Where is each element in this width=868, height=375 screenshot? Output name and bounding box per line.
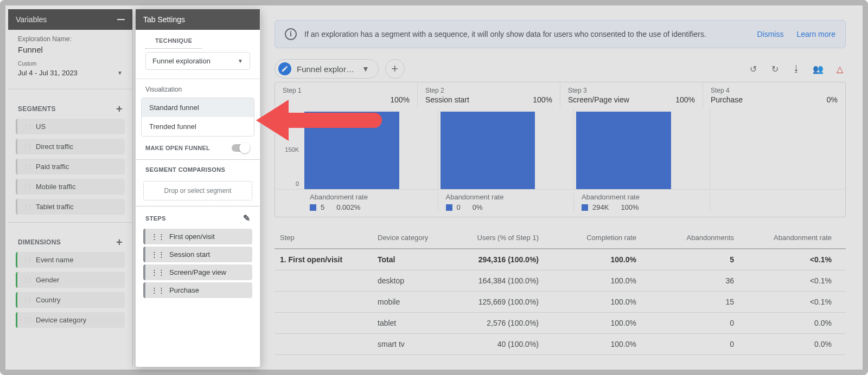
step-chip[interactable]: ⋮⋮Screen/Page view (143, 264, 252, 280)
grip-icon: ⋮⋮ (151, 250, 165, 258)
tab-settings-header: Tab Settings (136, 9, 260, 30)
add-dimension-button[interactable]: + (116, 237, 123, 248)
chip-label: Session start (169, 250, 210, 258)
steps-label: STEPS (145, 215, 166, 222)
cell-arate: 0.0% (743, 340, 840, 348)
dismiss-link[interactable]: Dismiss (757, 30, 783, 38)
chip-label: Gender (36, 276, 59, 284)
redo-icon[interactable]: ↻ (769, 63, 781, 75)
col-header: Abandonment rate (743, 234, 840, 242)
bar (441, 112, 535, 189)
table-row[interactable]: desktop164,384 (100.0%)100.0%36<0.1% (275, 270, 846, 292)
legend-swatch (582, 204, 588, 211)
download-icon[interactable]: ⭳ (790, 63, 802, 75)
technique-label: TECHNIQUE (145, 30, 202, 49)
chip-label: US (36, 122, 46, 131)
technique-value: Funnel exploration (152, 57, 210, 65)
cell-device: desktop (378, 276, 470, 285)
step-chip[interactable]: ⋮⋮Session start (143, 247, 252, 262)
learn-more-link[interactable]: Learn more (796, 30, 835, 38)
grip-icon: ⋮⋮ (23, 257, 31, 263)
add-tab-button[interactable]: + (385, 59, 405, 79)
data-table: StepDevice categoryUsers (% of Step 1)Co… (275, 227, 846, 355)
segment-chip[interactable]: ⋮⋮Mobile traffic (16, 179, 125, 195)
cell-aband: 0 (645, 319, 743, 327)
abandonment-label: Abandonment rate (582, 193, 702, 201)
dimension-chip[interactable]: ⋮⋮Gender (16, 272, 125, 288)
viz-option-standard[interactable]: Standard funnel (142, 98, 254, 117)
open-funnel-label: MAKE OPEN FUNNEL (145, 145, 210, 151)
viz-option-trended[interactable]: Trended funnel (142, 117, 254, 136)
bar (304, 112, 399, 189)
cell-users: 40 (100.0%) (470, 340, 547, 348)
y-tick: 150K (285, 146, 299, 153)
step-tag: Step 1 (283, 87, 410, 94)
cell-device: mobile (378, 298, 470, 306)
table-row[interactable]: smart tv40 (100.0%)100.0%00.0% (275, 334, 846, 355)
edit-steps-icon[interactable]: ✎ (243, 213, 250, 223)
variables-header: Variables (8, 9, 132, 30)
add-segment-button[interactable]: + (116, 104, 123, 114)
grip-icon: ⋮⋮ (23, 204, 31, 210)
chip-label: Country (36, 296, 61, 304)
step-tag: Step 2 (425, 87, 552, 94)
grip-icon: ⋮⋮ (23, 277, 31, 283)
step-pct: 100% (675, 95, 695, 104)
cell-completion: 100.0% (547, 319, 645, 327)
table-row[interactable]: 1. First open/visitTotal294,316 (100.0%)… (275, 249, 846, 270)
dimension-chip[interactable]: ⋮⋮Country (16, 292, 125, 308)
active-tab[interactable]: Funnel explor… ▼ (275, 59, 379, 79)
cell-aband: 5 (645, 255, 743, 264)
step-chip[interactable]: ⋮⋮Purchase (143, 282, 252, 298)
warning-icon[interactable]: △ (834, 63, 846, 75)
abandonment-value: 5 (321, 203, 324, 211)
grip-icon: ⋮⋮ (23, 164, 31, 170)
grip-icon: ⋮⋮ (151, 268, 165, 276)
col-header: Step (280, 234, 378, 242)
date-range-picker[interactable]: Jul 4 - Jul 31, 2023 ▼ (18, 67, 123, 79)
share-icon[interactable]: 👥 (812, 63, 824, 75)
exploration-name-value[interactable]: Funnel (18, 45, 123, 54)
segments-header: SEGMENTS (18, 105, 56, 113)
table-row[interactable]: tablet2,576 (100.0%)100.0%00.0% (275, 313, 846, 334)
step-chip[interactable]: ⋮⋮First open/visit (143, 229, 252, 244)
exploration-name-label: Exploration Name: (18, 35, 123, 43)
banner-text: If an exploration has a segment with a s… (304, 30, 706, 38)
chip-label: Direct traffic (36, 143, 73, 151)
step-pct: 0% (827, 95, 838, 104)
undo-icon[interactable]: ↺ (747, 63, 759, 75)
segment-chip[interactable]: ⋮⋮US (16, 119, 125, 134)
table-row[interactable]: mobile125,669 (100.0%)100.0%15<0.1% (275, 292, 846, 313)
col-header: Device category (378, 234, 470, 242)
info-icon: i (285, 28, 297, 40)
open-funnel-toggle[interactable] (232, 144, 250, 152)
minimize-icon[interactable] (117, 19, 125, 20)
abandonment-label: Abandonment rate (446, 193, 566, 201)
technique-dropdown[interactable]: Funnel exploration ▼ (145, 52, 250, 70)
date-custom-label: Custom (18, 61, 123, 67)
segment-chip[interactable]: ⋮⋮Tablet traffic (16, 199, 125, 215)
chip-label: Device category (36, 316, 86, 324)
segment-chip[interactable]: ⋮⋮Paid traffic (16, 159, 125, 174)
grip-icon: ⋮⋮ (23, 317, 31, 323)
cell-device: Total (378, 255, 470, 264)
funnel-chart: Step 1100%Step 2Session start100%Step 3S… (275, 82, 846, 217)
step-name: Screen/Page view (568, 95, 629, 104)
dimension-chip[interactable]: ⋮⋮Event name (16, 252, 125, 268)
segment-chip[interactable]: ⋮⋮Direct traffic (16, 139, 125, 154)
abandonment-value: 294K (592, 203, 609, 211)
segment-drop-target[interactable]: Drop or select segment (143, 181, 252, 201)
chip-label: First open/visit (169, 232, 215, 241)
cell-step: 1. First open/visit (280, 255, 378, 264)
dimensions-header: DIMENSIONS (18, 238, 61, 246)
cell-arate: <0.1% (743, 255, 840, 264)
cell-completion: 100.0% (547, 276, 645, 285)
cell-arate: <0.1% (743, 298, 840, 306)
cell-users: 164,384 (100.0%) (470, 276, 547, 285)
grip-icon: ⋮⋮ (23, 124, 31, 130)
cell-aband: 15 (645, 298, 743, 306)
abandonment-pct: 100% (621, 203, 639, 211)
grip-icon: ⋮⋮ (23, 144, 31, 150)
date-range-value: Jul 4 - Jul 31, 2023 (18, 69, 78, 77)
dimension-chip[interactable]: ⋮⋮Device category (16, 312, 125, 328)
